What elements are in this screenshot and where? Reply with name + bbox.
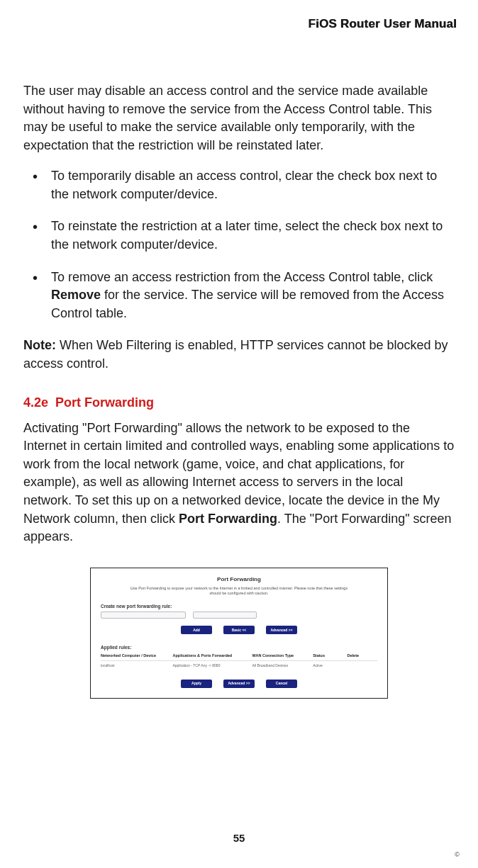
fig-title: Port Forwarding [101, 575, 377, 583]
fig-subtitle: Use Port Forwarding to expose your netwo… [129, 586, 349, 596]
intro-paragraph: The user may disable an access control a… [23, 82, 455, 154]
fig-col: Applications & Ports Forwarded [172, 653, 248, 659]
note-text: When Web Filtering is enabled, HTTP serv… [23, 338, 448, 371]
bullet-list: To temporarily disable an access control… [33, 167, 451, 322]
fig-cell: localhost [101, 663, 168, 668]
port-forwarding-screenshot: Port Forwarding Use Port Forwarding to e… [90, 568, 388, 699]
bullet-item: To temporarily disable an access control… [33, 167, 451, 203]
section-heading: 4.2e Port Forwarding [23, 394, 455, 412]
fig-cell [348, 663, 377, 668]
bullet-item: To remove an access restriction from the… [33, 269, 451, 323]
page-number: 55 [0, 830, 478, 845]
reset-button[interactable]: Basic << [223, 626, 255, 634]
fig-button-row: Apply Advanced >> Cancel [101, 680, 377, 688]
fig-section-label: Create new port forwarding rule: [101, 603, 377, 609]
cancel-button[interactable]: Cancel [266, 680, 297, 688]
fig-table-head: Networked Computer / Device Applications… [101, 653, 377, 662]
fig-rule-row [101, 611, 377, 619]
fig-col: WAN Connection Type [252, 653, 309, 659]
bullet-item: To reinstate the restriction at a later … [33, 218, 451, 254]
fig-col: Status [313, 653, 343, 659]
section-number: 4.2e [23, 395, 48, 410]
add-button[interactable]: Add [181, 626, 212, 634]
fig-table-row: localhost Application - TCP Any -> 8080 … [101, 661, 377, 670]
copyright-symbol: © [455, 850, 460, 859]
fig-button-row: Add Basic << Advanced >> [101, 626, 377, 634]
apply-button[interactable]: Apply [181, 680, 212, 688]
fig-col: Networked Computer / Device [101, 653, 168, 659]
pf-text: Activating "Port Forwarding" allows the … [23, 421, 454, 526]
advanced-button[interactable]: Advanced >> [266, 626, 297, 634]
bullet-text: for the service. The service will be rem… [51, 288, 444, 320]
section-title: Port Forwarding [55, 395, 154, 410]
bullet-text: To remove an access restriction from the… [51, 270, 433, 284]
pf-bold: Port Forwarding [179, 512, 277, 526]
fig-cell: Active [313, 663, 343, 668]
note-label: Note: [23, 338, 56, 352]
port-forwarding-paragraph: Activating "Port Forwarding" allows the … [23, 419, 455, 546]
note-paragraph: Note: When Web Filtering is enabled, HTT… [23, 337, 455, 373]
doc-header: FiOS Router User Manual [21, 16, 457, 33]
bullet-bold: Remove [51, 288, 101, 302]
fig-select[interactable] [193, 611, 257, 619]
fig-col: Delete [348, 653, 377, 659]
advanced-button[interactable]: Advanced >> [223, 680, 255, 688]
fig-section-label: Applied rules: [101, 644, 377, 650]
fig-cell: All Broadband Devices [252, 663, 309, 668]
fig-table: Networked Computer / Device Applications… [101, 653, 377, 671]
fig-cell: Application - TCP Any -> 8080 [172, 663, 248, 668]
fig-select[interactable] [101, 611, 186, 619]
